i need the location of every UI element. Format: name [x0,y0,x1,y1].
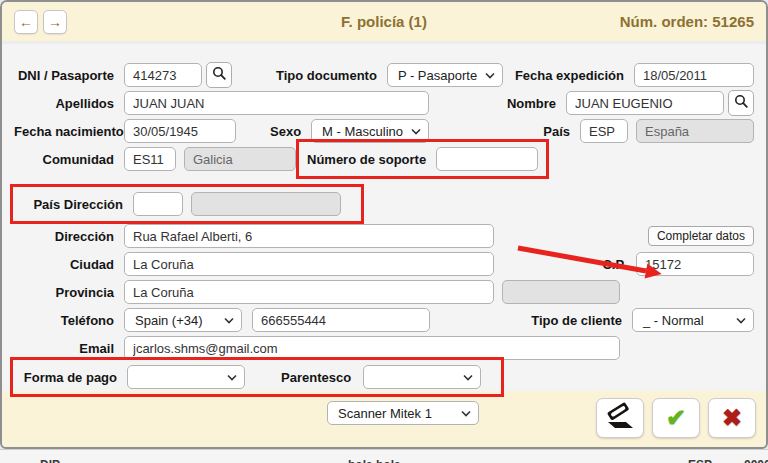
numero-soporte-highlight-box: Número de soporte [296,139,549,179]
x-icon: ✖ [722,406,742,430]
chevron-down-icon [736,317,746,324]
pais-direccion-code-input[interactable] [133,192,183,216]
row-comunidad: Comunidad Número de soporte [14,146,754,172]
ciudad-label: Ciudad [14,257,124,272]
apellidos-input[interactable] [124,91,429,115]
clipped-bottom-row: DIP hola hola ESP 0006 [0,449,768,463]
form-body: DNI / Pasaporte Tipo documento P - Pasap… [2,44,766,391]
cp-input[interactable] [636,252,754,276]
numero-soporte-label: Número de soporte [307,152,436,167]
numero-soporte-input[interactable] [436,147,538,171]
forma-pago-label: Forma de pago [21,370,127,385]
row-provincia: Provincia [14,279,754,305]
telefono-label: Teléfono [14,313,124,328]
tipo-documento-label: Tipo documento [276,68,377,83]
pais-name-input [636,119,754,143]
provincia-extra-input [502,280,620,304]
scanner-icon [605,402,635,434]
row-telefono: Teléfono Spain (+34) Tipo de cliente _ -… [14,307,754,333]
chevron-down-icon [411,128,421,135]
police-form-window: ← → F. policía (1) Núm. orden: 51265 DNI… [0,0,768,449]
pais-direccion-label: País Dirección [21,197,133,212]
fecha-expedicion-input[interactable] [634,63,754,87]
parentesco-label: Parentesco [281,370,351,385]
scanner-select[interactable]: Scanner Mitek 1 [327,401,479,425]
sexo-label: Sexo [270,124,301,139]
scan-button[interactable] [596,398,644,438]
form-header: ← → F. policía (1) Núm. orden: 51265 [2,2,766,44]
telefono-input[interactable] [252,308,430,332]
completar-datos-button[interactable]: Completar datos [648,226,754,246]
direccion-label: Dirección [14,229,124,244]
clipped-cell: 0006 [744,458,768,463]
pais-direccion-highlight-box: País Dirección [10,184,364,224]
telefono-prefix-select[interactable]: Spain (+34) [124,308,242,332]
pais-direccion-name-input [191,192,341,216]
tipo-cliente-label: Tipo de cliente [531,313,632,328]
dni-label: DNI / Pasaporte [14,68,124,83]
dni-input[interactable] [124,63,202,87]
chevron-down-icon [227,374,237,381]
forma-pago-select[interactable] [127,365,245,389]
scanner-select-value: Scanner Mitek 1 [338,406,432,421]
check-icon: ✔ [666,406,686,430]
forward-arrow-icon[interactable]: → [43,10,67,34]
ciudad-input[interactable] [124,252,494,276]
row-ciudad: Ciudad C.P. [14,251,754,277]
fecha-nacimiento-input[interactable] [124,119,236,143]
comunidad-code-input[interactable] [124,147,176,171]
fecha-nacimiento-label: Fecha nacimiento [14,124,124,139]
comunidad-label: Comunidad [14,152,124,167]
tipo-documento-select[interactable]: P - Pasaporte [387,63,503,87]
order-number: Núm. orden: 51265 [620,13,754,30]
search-icon [734,94,748,112]
tipo-cliente-value: _ - Normal [643,313,704,328]
row-email: Email [14,335,754,361]
confirm-button[interactable]: ✔ [652,398,700,438]
row-direccion: Dirección Completar datos [14,223,754,249]
cp-label: C.P. [602,257,636,272]
tipo-documento-value: P - Pasaporte [398,68,477,83]
direccion-input[interactable] [124,224,494,248]
comunidad-name-input [184,147,296,171]
provincia-input[interactable] [124,280,494,304]
nombre-label: Nombre [507,96,566,111]
chevron-down-icon [224,317,234,324]
nombre-search-button[interactable] [728,90,754,116]
clipped-cell: ESP [688,458,712,463]
cancel-button[interactable]: ✖ [708,398,756,438]
chevron-down-icon [463,374,473,381]
form-footer: Scanner Mitek 1 ✔ ✖ [2,391,766,447]
pais-code-input[interactable] [580,119,628,143]
email-input[interactable] [124,336,620,360]
dni-search-button[interactable] [206,62,232,88]
pais-label: País [543,124,580,139]
tipo-cliente-select[interactable]: _ - Normal [632,308,754,332]
footer-buttons: ✔ ✖ [596,398,756,438]
sexo-value: M - Masculino [322,124,403,139]
chevron-down-icon [485,72,495,79]
telefono-prefix-value: Spain (+34) [135,313,203,328]
sexo-select[interactable]: M - Masculino [311,119,429,143]
fecha-expedicion-label: Fecha expedición [515,68,634,83]
row-apellidos: Apellidos Nombre [14,90,754,116]
back-arrow-icon[interactable]: ← [14,10,38,34]
search-icon [212,66,226,84]
row-nacimiento: Fecha nacimiento Sexo M - Masculino País [14,118,754,144]
email-label: Email [14,341,124,356]
row-pais-direccion: País Dirección [14,191,754,217]
parentesco-select[interactable] [363,365,481,389]
clipped-cell: hola hola [348,458,401,463]
apellidos-label: Apellidos [14,96,124,111]
provincia-label: Provincia [14,285,124,300]
nombre-input[interactable] [566,91,724,115]
clipped-cell: DIP [40,458,60,463]
chevron-down-icon [461,410,471,417]
row-pago-parentesco: Forma de pago Parentesco [14,364,754,390]
row-dni: DNI / Pasaporte Tipo documento P - Pasap… [14,62,754,88]
